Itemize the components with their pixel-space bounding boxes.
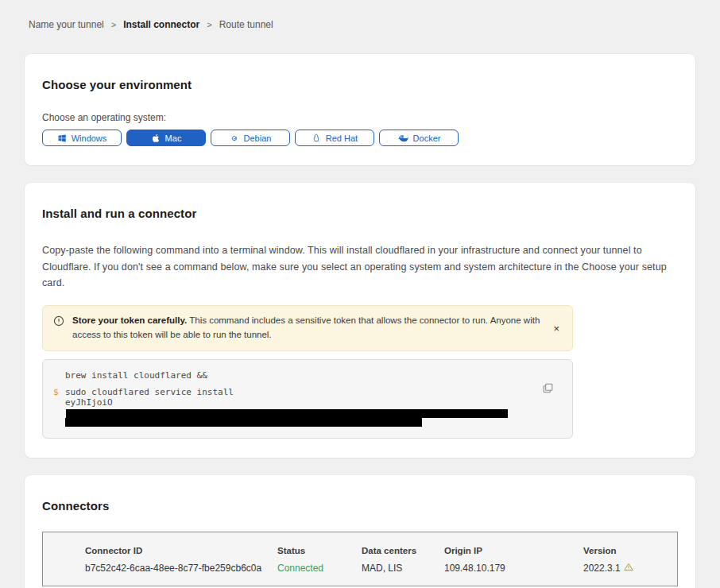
os-button-redhat[interactable]: Red Hat xyxy=(295,130,374,146)
os-select-label: Choose an operating system: xyxy=(42,112,672,123)
cell-connector-id: b7c52c42-6caa-48ee-8c77-fbe259cb6c0a xyxy=(85,563,277,574)
code-line-token: eyJhIjoiO xyxy=(53,397,540,418)
shell-prompt: $ xyxy=(53,387,65,397)
debian-logo-icon xyxy=(230,133,239,143)
col-header-origin-ip: Origin IP xyxy=(444,546,583,555)
install-connector-card: Install and run a connector Copy-paste t… xyxy=(25,183,695,458)
install-card-description: Copy-paste the following command into a … xyxy=(42,242,672,292)
code-text: sudo cloudflared service install xyxy=(65,387,234,397)
breadcrumb-separator: > xyxy=(111,20,116,29)
code-line-token-2 xyxy=(53,418,540,427)
cell-data-centers: MAD, LIS xyxy=(362,563,444,574)
code-token-text: eyJhIjoiO xyxy=(65,397,540,418)
os-button-label: Windows xyxy=(72,133,107,143)
os-button-label: Red Hat xyxy=(326,133,358,143)
token-redaction-bar xyxy=(66,409,508,418)
token-warning-text: Store your token carefully. This command… xyxy=(72,314,542,342)
col-header-data-centers: Data centers xyxy=(362,546,444,555)
code-text: brew install cloudflared && xyxy=(65,370,207,381)
breadcrumb-step-name-your-tunnel[interactable]: Name your tunnel xyxy=(29,19,104,30)
alert-circle-icon xyxy=(53,315,64,330)
table-row: b7c52c42-6caa-48ee-8c77-fbe259cb6c0a Con… xyxy=(85,563,677,574)
os-button-docker[interactable]: Docker xyxy=(379,130,459,146)
install-command-codeblock: brew install cloudflared && $ sudo cloud… xyxy=(42,359,573,439)
cell-version: 2022.3.1 xyxy=(583,563,677,574)
status-badge: Connected xyxy=(277,563,362,574)
col-header-status: Status xyxy=(277,546,362,555)
apple-logo-icon xyxy=(151,133,161,143)
environment-card: Choose your environment Choose an operat… xyxy=(25,54,695,165)
connectors-card-title: Connectors xyxy=(42,499,672,513)
breadcrumb-step-route-tunnel[interactable]: Route tunnel xyxy=(219,19,273,30)
os-button-mac[interactable]: Mac xyxy=(126,130,206,146)
os-button-group: Windows Mac Debian Red Hat xyxy=(42,130,672,146)
code-line-install: $ sudo cloudflared service install xyxy=(53,387,540,397)
version-number: 2022.3.1 xyxy=(583,563,621,574)
prompt-spacer xyxy=(53,370,65,381)
os-button-windows[interactable]: Windows xyxy=(42,130,122,146)
version-warning-triangle-icon xyxy=(624,563,633,574)
prompt-spacer xyxy=(53,397,65,418)
code-line-brew: brew install cloudflared && xyxy=(53,370,540,381)
environment-card-title: Choose your environment xyxy=(42,78,672,91)
token-prefix: eyJhIjoiO xyxy=(65,397,113,408)
banner-close-icon[interactable]: × xyxy=(550,320,563,337)
prompt-spacer xyxy=(53,418,65,427)
os-button-label: Debian xyxy=(244,133,272,143)
os-button-label: Mac xyxy=(165,133,182,143)
col-header-version: Version xyxy=(583,546,677,555)
redhat-tux-logo-icon xyxy=(312,133,321,143)
os-button-label: Docker xyxy=(413,133,441,143)
breadcrumb-separator: > xyxy=(207,20,211,29)
page: Name your tunnel > Install connector > R… xyxy=(0,0,720,588)
windows-logo-icon xyxy=(57,133,67,143)
breadcrumb-step-install-connector[interactable]: Install connector xyxy=(123,19,199,30)
token-redaction-bar xyxy=(65,418,422,427)
token-warning-banner: Store your token carefully. This command… xyxy=(42,305,573,351)
token-warning-bold: Store your token carefully. xyxy=(72,315,187,325)
os-button-debian[interactable]: Debian xyxy=(211,130,290,146)
connectors-card: Connectors Connector ID Status Data cent… xyxy=(25,475,695,588)
install-card-title: Install and run a connector xyxy=(42,207,672,220)
docker-whale-logo-icon xyxy=(397,133,408,143)
copy-command-button[interactable] xyxy=(541,381,555,397)
connectors-table: Connector ID Status Data centers Origin … xyxy=(42,532,678,586)
connectors-table-header: Connector ID Status Data centers Origin … xyxy=(85,546,677,555)
col-header-connector-id: Connector ID xyxy=(85,546,277,555)
breadcrumb: Name your tunnel > Install connector > R… xyxy=(25,19,695,30)
cell-origin-ip: 109.48.10.179 xyxy=(444,563,583,574)
